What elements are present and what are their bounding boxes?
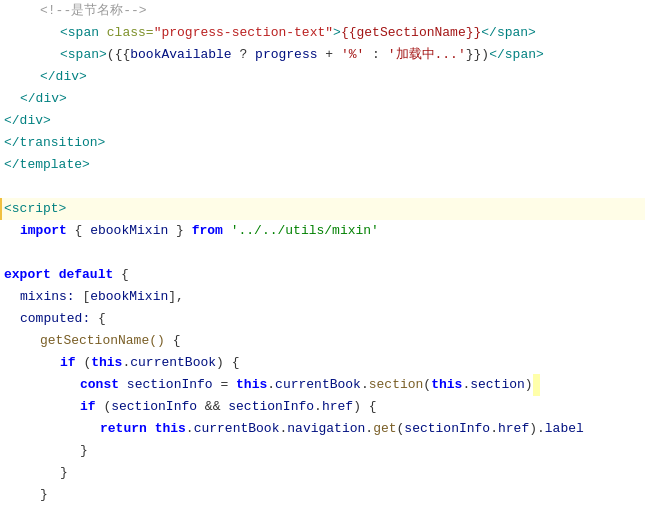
ebook-mixin-ref: ebookMixin: [90, 286, 168, 308]
import-space: {: [67, 220, 90, 242]
line-blank2: [0, 242, 645, 264]
line-const-section-info: const sectionInfo = this.currentBook.sec…: [0, 374, 645, 396]
line-comment: <!--是节名称-->: [0, 0, 645, 22]
line-div-close3: </div>: [0, 110, 645, 132]
dot7: .: [279, 418, 287, 440]
line-brace-close2: }: [0, 462, 645, 484]
navigation-prop: navigation: [287, 418, 365, 440]
section-info-ref1: sectionInfo: [111, 396, 197, 418]
this-keyword2: this: [236, 374, 267, 396]
get-paren-close: ).: [529, 418, 545, 440]
href-prop2: href: [498, 418, 529, 440]
mixin-bracket: [: [75, 286, 91, 308]
tag-span-open: <span: [60, 22, 107, 44]
line-export-default: export default {: [0, 264, 645, 286]
space1: [51, 264, 59, 286]
paren-open: (: [107, 44, 115, 66]
dot3: .: [361, 374, 369, 396]
tag-div-close2: </div>: [20, 88, 67, 110]
highlight-bar: [533, 374, 541, 396]
mustache-expr: {{getSectionName}}: [341, 22, 481, 44]
tag-div-close1: </div>: [40, 66, 87, 88]
computed-brace: {: [90, 308, 106, 330]
line-if-current-book: if (this.currentBook) {: [0, 352, 645, 374]
return-space: [147, 418, 155, 440]
code-editor: <!--是节名称--> <span class="progress-sectio…: [0, 0, 645, 511]
eq: =: [213, 374, 236, 396]
brace-close-fn: }: [40, 484, 48, 506]
section-info-ref2: sectionInfo: [228, 396, 314, 418]
if2-paren-close: ) {: [353, 396, 376, 418]
dot6: .: [186, 418, 194, 440]
current-book-prop1: currentBook: [130, 352, 216, 374]
ebook-mixin-name: ebookMixin: [90, 220, 168, 242]
line-brace-close3: }: [0, 484, 645, 506]
colon: :: [364, 44, 387, 66]
section-prop: section: [470, 374, 525, 396]
and-and: &&: [197, 396, 228, 418]
dot5: .: [314, 396, 322, 418]
tag-div-close3: </div>: [4, 110, 51, 132]
dot1: .: [122, 352, 130, 374]
import-keyword: import: [20, 220, 67, 242]
section-method: section: [369, 374, 424, 396]
line-mixins: mixins: [ebookMixin],: [0, 286, 645, 308]
if-paren-open: (: [76, 352, 92, 374]
ternary-q: ?: [232, 44, 255, 66]
loading-str: '加载中...': [388, 44, 466, 66]
line-span-progress: <span class="progress-section-text">{{ge…: [0, 22, 645, 44]
tag-span2-open: <span>: [60, 44, 107, 66]
tag-span2-close: </span>: [489, 44, 544, 66]
get-paren: (: [397, 418, 405, 440]
line-brace-close1: }: [0, 440, 645, 462]
section-info-ref3: sectionInfo: [404, 418, 490, 440]
brace-open3: {: [122, 44, 130, 66]
label-prop: label: [545, 418, 584, 440]
gsn-brace: {: [165, 330, 181, 352]
dot2: .: [267, 374, 275, 396]
line-import: import { ebookMixin } from '../../utils/…: [0, 220, 645, 242]
current-book-prop2: currentBook: [275, 374, 361, 396]
brace-open2: {: [115, 44, 123, 66]
import-path: '../../utils/mixin': [231, 220, 379, 242]
plus: +: [318, 44, 341, 66]
brace-close-if: }: [60, 462, 68, 484]
brace-close-inner3: }: [474, 44, 482, 66]
line-script-open: <script>: [0, 198, 645, 220]
this-keyword4: this: [155, 418, 186, 440]
code-block: <!--是节名称--> <span class="progress-sectio…: [0, 0, 645, 511]
brace-close-inner1: }: [80, 440, 88, 462]
tag-span-close: </span>: [481, 22, 536, 44]
this-keyword1: this: [91, 352, 122, 374]
line-span-book: <span>({{bookAvailable ? progress + '%' …: [0, 44, 645, 66]
get-section-name-method: getSectionName(): [40, 330, 165, 352]
default-keyword: default: [59, 264, 114, 286]
attr-class-val: "progress-section-text": [154, 22, 333, 44]
return-keyword: return: [100, 418, 147, 440]
if2-paren-open: (: [96, 396, 112, 418]
tag-span-close-bracket: >: [333, 22, 341, 44]
href-prop1: href: [322, 396, 353, 418]
mixin-bracket-close: ],: [168, 286, 184, 308]
line-div-close1: </div>: [0, 66, 645, 88]
section-paren-open: (: [423, 374, 431, 396]
book-available: bookAvailable: [130, 44, 231, 66]
tag-template-close: </template>: [4, 154, 90, 176]
paren-close: ): [481, 44, 489, 66]
section-info-var: sectionInfo: [127, 374, 213, 396]
computed-label: computed:: [20, 308, 90, 330]
progress-word: progress: [255, 44, 317, 66]
line-template-close: </template>: [0, 154, 645, 176]
from-keyword: from: [192, 220, 223, 242]
line-blank1: [0, 176, 645, 198]
if-paren-close: ) {: [216, 352, 239, 374]
dot8: .: [365, 418, 373, 440]
dot9: .: [490, 418, 498, 440]
get-method: get: [373, 418, 396, 440]
import-space2: [223, 220, 231, 242]
line-transition-close: </transition>: [0, 132, 645, 154]
if-keyword2: if: [80, 396, 96, 418]
line-div-close2: </div>: [0, 88, 645, 110]
if-keyword1: if: [60, 352, 76, 374]
line-if-section-info: if (sectionInfo && sectionInfo.href) {: [0, 396, 645, 418]
